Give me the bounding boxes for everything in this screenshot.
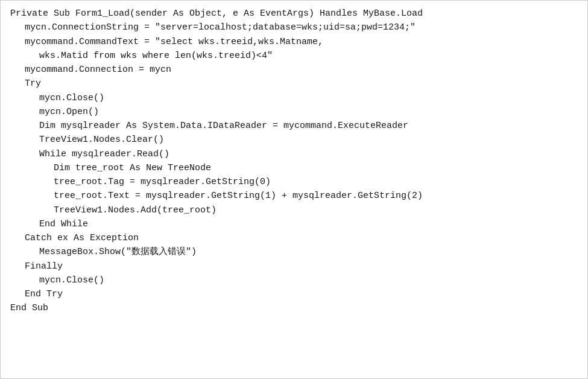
- code-line: MessageBox.Show("数据载入错误"): [10, 245, 578, 259]
- code-line: Try: [10, 77, 578, 91]
- code-line: While mysqlreader.Read(): [10, 147, 578, 161]
- code-line: End Try: [10, 287, 578, 301]
- code-container: Private Sub Form1_Load(sender As Object,…: [0, 0, 588, 379]
- code-line: tree_root.Tag = mysqlreader.GetString(0): [10, 175, 578, 189]
- code-line: mycn.Open(): [10, 105, 578, 119]
- code-line: Dim tree_root As New TreeNode: [10, 161, 578, 175]
- code-line: mycommand.CommandText = "select wks.tree…: [10, 35, 578, 49]
- code-line: mycn.Close(): [10, 273, 578, 287]
- code-line: End Sub: [10, 301, 578, 315]
- code-line: mycn.Close(): [10, 91, 578, 105]
- code-line: End While: [10, 217, 578, 231]
- code-line: Finally: [10, 260, 578, 273]
- code-line: TreeView1.Nodes.Clear(): [10, 133, 578, 147]
- code-line: tree_root.Text = mysqlreader.GetString(1…: [10, 189, 578, 203]
- code-line: wks.Matid from wks where len(wks.treeid)…: [10, 49, 578, 63]
- code-line: Private Sub Form1_Load(sender As Object,…: [10, 7, 578, 21]
- code-line: mycn.ConnectionString = "server=localhos…: [10, 21, 578, 34]
- code-line: TreeView1.Nodes.Add(tree_root): [10, 203, 578, 217]
- code-line: mycommand.Connection = mycn: [10, 63, 578, 77]
- code-line: Catch ex As Exception: [10, 231, 578, 245]
- code-line: Dim mysqlreader As System.Data.IDataRead…: [10, 119, 578, 133]
